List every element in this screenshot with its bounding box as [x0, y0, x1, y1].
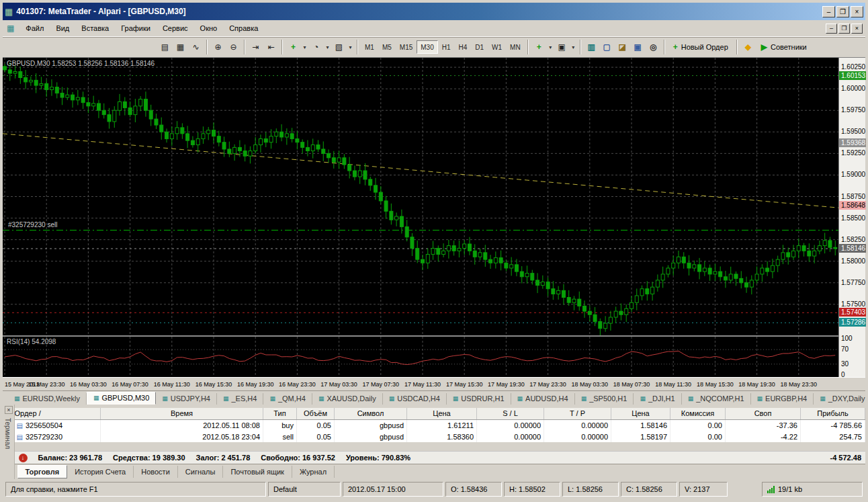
mdi-close-button[interactable]: × — [851, 24, 863, 34]
menu-charts[interactable]: Графики — [115, 22, 157, 34]
status-bar: Для справки, нажмите F1Default2012.05.17… — [3, 479, 865, 499]
periods-dropdown-icon[interactable]: ▾ — [324, 40, 331, 54]
chart-tab-usdjpy-h4[interactable]: ▦USDJPY,H4 — [156, 393, 217, 405]
chart-tab--qm-h4[interactable]: ▦_QM,H4 — [263, 393, 312, 405]
terminal-tab-news[interactable]: Новости — [134, 466, 178, 478]
chart-tab--dxy-daily[interactable]: ▦_DXY,Daily — [814, 393, 868, 405]
data-window-button[interactable]: ▢ — [599, 40, 615, 54]
menu-service[interactable]: Сервис — [157, 22, 194, 34]
mdi-minimize-button[interactable]: – — [826, 24, 837, 34]
timeframe-m5-button[interactable]: M5 — [378, 40, 396, 54]
new-chart-button[interactable]: + — [531, 40, 547, 54]
market-watch-button[interactable]: ▥ — [584, 40, 599, 54]
profiles-dropdown-icon[interactable]: ▾ — [570, 40, 577, 54]
chart-plot-area[interactable]: RSI(14) 54.2098 GBPUSD,M30 1.58253 1.582… — [3, 58, 838, 377]
status-high: H: 1.58502 — [504, 482, 560, 497]
periods-button[interactable]: ◔ — [308, 40, 324, 54]
column-header-time[interactable]: Время — [101, 408, 263, 419]
timeframe-w1-button[interactable]: W1 — [488, 40, 506, 54]
column-header-order[interactable]: Ордер / — [15, 408, 101, 419]
timeframe-h4-button[interactable]: H4 — [455, 40, 472, 54]
column-header-swap[interactable]: Своп — [726, 408, 801, 419]
chart-bars-button[interactable]: ▤ — [157, 40, 173, 54]
chart-tab-usdrur-h1[interactable]: ▦USDRUR,H1 — [447, 393, 511, 405]
rsi-panel[interactable]: RSI(14) 54.2098 — [3, 337, 838, 377]
templates-button[interactable]: ▧ — [331, 40, 347, 54]
chart-line-button[interactable]: ∿ — [188, 40, 204, 54]
navigator-button[interactable]: ◪ — [615, 40, 630, 54]
indicators-dropdown-icon[interactable]: ▾ — [301, 40, 308, 54]
timeframe-d1-button[interactable]: D1 — [471, 40, 488, 54]
chart-line-icon: ∿ — [192, 43, 199, 51]
terminal-tab-account-history[interactable]: История Счета — [67, 466, 134, 478]
menu-insert[interactable]: Вставка — [75, 22, 115, 34]
column-header-commission[interactable]: Комиссия — [670, 408, 726, 419]
column-header-type[interactable]: Тип — [263, 408, 297, 419]
cell-swap: -4.22 — [726, 431, 801, 442]
chart-tab-eurusd-weekly[interactable]: ▦EURUSD,Weekly — [8, 393, 87, 405]
strategy-tester-button[interactable]: ◎ — [646, 40, 661, 54]
profiles-button[interactable]: ▣ — [554, 40, 570, 54]
column-header-price[interactable]: Цена — [407, 408, 477, 419]
order-row[interactable]: ▤3257292302012.05.18 23:04sell0.05gbpusd… — [15, 431, 865, 442]
order-row[interactable]: ▤3256505042012.05.11 08:08buy0.05gbpusd1… — [15, 419, 865, 431]
menu-window[interactable]: Окно — [194, 22, 224, 34]
timeframe-m15-button[interactable]: M15 — [396, 40, 417, 54]
chart-tab--es-h4[interactable]: ▦_ES,H4 — [217, 393, 263, 405]
alerts-button[interactable]: ◆ — [740, 40, 756, 54]
time-axis[interactable]: 15 May 201215 May 23:3016 May 03:3016 Ma… — [3, 377, 865, 390]
terminal-panel-label: Терминал — [4, 418, 11, 449]
cell-price: 1.61211 — [407, 419, 477, 431]
timeframe-m30-button[interactable]: M30 — [417, 40, 437, 54]
rsi-canvas[interactable] — [3, 337, 838, 377]
chart-tab-label: EURGBP,H4 — [765, 394, 807, 403]
terminal-tab-journal[interactable]: Журнал — [292, 466, 335, 478]
new-chart-dropdown-icon[interactable]: ▾ — [547, 40, 554, 54]
chart-candles-button[interactable]: ▦ — [173, 40, 188, 54]
mdi-restore-button[interactable]: ❐ — [838, 24, 850, 34]
chart-tab-gbpusd-m30[interactable]: ▦GBPUSD,M30 — [87, 392, 156, 405]
timeframe-m1-button[interactable]: M1 — [361, 40, 378, 54]
column-header-tp[interactable]: T / P — [544, 408, 611, 419]
terminal-close-icon[interactable]: × — [5, 406, 13, 414]
terminal-tab-signals[interactable]: Сигналы — [178, 466, 224, 478]
zoom-out-button[interactable]: ⊖ — [226, 40, 241, 54]
column-header-sl[interactable]: S / L — [477, 408, 544, 419]
templates-dropdown-icon[interactable]: ▾ — [347, 40, 354, 54]
new-order-button[interactable]: +Новый Ордер — [668, 40, 734, 54]
column-header-volume[interactable]: Объём — [297, 408, 335, 419]
chart-tab--nqcomp-h1[interactable]: ▦_NQCOMP,H1 — [682, 393, 751, 405]
data-window-icon: ▢ — [603, 43, 611, 51]
main-chart-canvas[interactable] — [3, 58, 838, 335]
chart-tab--sp500-h1[interactable]: ▦_SP500,H1 — [575, 393, 634, 405]
terminal-tab-mailbox[interactable]: Почтовый ящик — [223, 466, 292, 478]
terminal-panel-button[interactable]: ▣ — [630, 40, 646, 54]
indicators-button[interactable]: + — [286, 40, 301, 54]
chart-shift-button[interactable]: ⇤ — [263, 40, 279, 54]
chart-tab-usdcad-h4[interactable]: ▦USDCAD,H4 — [383, 393, 447, 405]
menu-view[interactable]: Вид — [50, 22, 75, 34]
menu-help[interactable]: Справка — [223, 22, 264, 34]
column-header-profit[interactable]: Прибыль — [801, 408, 865, 419]
menu-file[interactable]: Файл — [19, 22, 50, 34]
zoom-in-button[interactable]: ⊕ — [210, 40, 226, 54]
timeframe-h1-button[interactable]: H1 — [438, 40, 455, 54]
close-button[interactable]: × — [851, 6, 863, 17]
time-label: 16 May 03:30 — [70, 381, 107, 388]
price-axis[interactable]: 1.602501.600001.597501.595001.592501.590… — [838, 58, 865, 377]
minimize-button[interactable]: – — [822, 6, 835, 17]
terminal-tab-trade[interactable]: Торговля — [17, 465, 68, 478]
chart-tab--dji-h1[interactable]: ▦_DJI,H1 — [634, 393, 681, 405]
chart-tab-eurgbp-h4[interactable]: ▦EURGBP,H4 — [751, 393, 814, 405]
strategy-tester-icon: ◎ — [650, 43, 656, 51]
column-header-symbol[interactable]: Символ — [335, 408, 407, 419]
auto-scroll-button[interactable]: ⇥ — [248, 40, 263, 54]
restore-button[interactable]: ❐ — [836, 6, 849, 17]
column-header-price2[interactable]: Цена — [611, 408, 670, 419]
chart-tab-xauusd-daily[interactable]: ▦XAUUSD,Daily — [312, 393, 383, 405]
chart-tab-audusd-h4[interactable]: ▦AUDUSD,H4 — [511, 393, 575, 405]
cell-type: buy — [263, 419, 297, 431]
experts-button[interactable]: ▶Советники — [756, 40, 812, 54]
cell-price2: 1.58197 — [611, 431, 670, 442]
timeframe-mn-button[interactable]: MN — [506, 40, 525, 54]
